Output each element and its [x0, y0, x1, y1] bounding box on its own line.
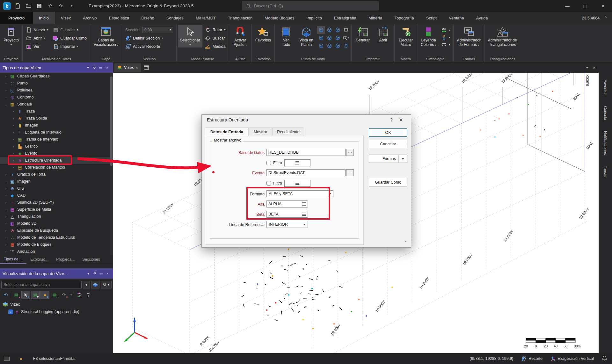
menu-tab-archivo[interactable]: Archivo — [77, 12, 103, 24]
tree-item-cad[interactable]: ›◆CAD — [0, 192, 110, 199]
new-file-icon[interactable] — [13, 2, 22, 10]
dialog-close-button[interactable]: ✕ — [396, 117, 406, 123]
menu-tab-inicio[interactable]: Inicio — [33, 12, 55, 24]
view-cube-button[interactable] — [333, 26, 342, 34]
tree-item-model-3d[interactable]: ›◧Modelo 3D — [0, 220, 110, 227]
tree-item-gis[interactable]: ›⊕GIS — [0, 185, 110, 192]
abrir-button[interactable]: Abrir▾ — [24, 34, 50, 42]
expander-collapsed-icon[interactable]: › — [4, 75, 8, 78]
tree-item-contour[interactable]: ›◎Contorno — [0, 94, 110, 101]
tree-item-seismic[interactable]: ›≈Sísmica 2D (SEG-Y) — [0, 199, 110, 206]
exageracion-toggle[interactable]: Exageración Vertical — [551, 356, 594, 361]
view-cube-button[interactable] — [342, 26, 350, 34]
capas-visualizacion-button[interactable]: Capas de Visualización ▾ — [91, 25, 120, 48]
panel-tab-propieda-[interactable]: Propieda... — [52, 255, 78, 264]
expander-collapsed-icon[interactable]: › — [4, 215, 8, 218]
expander-collapsed-icon[interactable]: › — [11, 124, 16, 127]
sort-az-button[interactable]: ■A■Z — [75, 291, 84, 299]
layer-row-structural-logging[interactable]: ✓ ⋔ Structural Logging (apparent dip) — [0, 308, 113, 316]
panel-menu-caret-icon[interactable]: ▾ — [85, 272, 91, 276]
guardar-como-button[interactable]: Guardar Como — [51, 34, 89, 42]
menu-tab-impl-cito[interactable]: Implícito — [301, 12, 328, 24]
definir-seccion-button[interactable]: Definir Sección▾ — [123, 34, 175, 42]
menu-tab-miner-a[interactable]: Minería — [362, 12, 388, 24]
quick-access-caret-icon[interactable]: ▾ — [68, 2, 76, 10]
expander-collapsed-icon[interactable]: › — [11, 110, 16, 113]
search-input[interactable]: Buscar (Ctrl+Q) — [242, 1, 379, 11]
admin-formas-button[interactable]: Administrador de Formas ▾ — [455, 25, 483, 48]
view-cube-button[interactable] — [317, 42, 325, 50]
dock-tab-favoritos[interactable]: Favoritos — [603, 76, 608, 99]
close-panel-icon[interactable]: × — [104, 66, 110, 69]
view-cube-button[interactable] — [317, 34, 325, 42]
expander-collapsed-icon[interactable]: › — [4, 208, 8, 211]
open-file-icon[interactable] — [24, 2, 33, 10]
line-style-button[interactable]: ▾ — [439, 41, 452, 48]
collapse-chevron-icon[interactable]: ⌃ — [404, 240, 407, 245]
tree-item-image[interactable]: ›▣Imagen — [0, 178, 110, 185]
expander-collapsed-icon[interactable]: › — [4, 180, 8, 183]
expander-collapsed-icon[interactable]: › — [11, 131, 16, 134]
tree-item-structural-trend[interactable]: ›∴Modelo de Tendencia Estructural — [0, 234, 110, 241]
expander-collapsed-icon[interactable]: › — [4, 201, 8, 204]
hatch-legend-button[interactable]: ▾ — [439, 26, 452, 33]
scrollbar-thumb[interactable] — [110, 76, 113, 166]
expander-collapsed-icon[interactable]: › — [4, 236, 8, 239]
formas-button[interactable]: Formas — [369, 155, 407, 163]
collapse-ribbon-icon[interactable]: ⌃ — [604, 16, 608, 20]
view-cube-button[interactable] — [333, 42, 342, 50]
proyecto-button[interactable]: Proyecto ▾ — [1, 25, 21, 47]
layers-stack-button[interactable] — [91, 281, 99, 288]
layer-visibility-checkbox[interactable]: ✓ — [8, 309, 13, 314]
view-cube-button[interactable] — [317, 26, 325, 34]
save-icon[interactable] — [35, 2, 43, 10]
expander-collapsed-icon[interactable]: › — [11, 152, 16, 155]
panel-tab-tipos-de-[interactable]: Tipos de ... — [0, 255, 26, 264]
ok-button[interactable]: OK — [369, 128, 407, 137]
activar-ajuste-button[interactable]: Activar Ajuste ▾ — [230, 25, 250, 48]
filtro2-checkbox[interactable] — [266, 181, 271, 186]
dock-tab-tareas[interactable]: Tareas — [603, 162, 608, 181]
panel-menu-caret-icon[interactable]: ▾ — [85, 66, 91, 70]
expander-collapsed-icon[interactable]: › — [4, 229, 8, 232]
expander-collapsed-icon[interactable]: › — [4, 82, 8, 85]
viewport-tab-vizex[interactable]: Vizex × — [114, 63, 141, 72]
menu-tab-sondajes[interactable]: Sondajes — [160, 12, 190, 24]
activar-recorte-button[interactable]: Activar Recorte — [123, 42, 175, 50]
tree-item-annotation[interactable]: ›¹²³Anotación — [0, 248, 110, 255]
menu-tab-triangulaci-n[interactable]: Triangulación — [222, 12, 259, 24]
expander-collapsed-icon[interactable]: › — [11, 145, 16, 148]
menu-tab-dise-o[interactable]: Diseño — [135, 12, 160, 24]
lock-layers-button[interactable]: ▤● — [12, 291, 21, 299]
cancelar-button[interactable]: Cancelar — [369, 140, 407, 148]
menu-tab-malla-mdt[interactable]: Malla/MDT — [190, 12, 222, 24]
recorte-toggle[interactable]: Recorte — [521, 356, 543, 361]
view-cube-button[interactable] — [333, 34, 342, 42]
select-layer-mode-button[interactable]: ● — [21, 291, 30, 299]
expander-collapsed-icon[interactable]: › — [4, 194, 8, 197]
new-view-button[interactable] — [142, 64, 150, 71]
formas-caret[interactable] — [399, 155, 407, 163]
pin-icon[interactable] — [91, 272, 98, 275]
importar-button[interactable]: Importar▾ — [51, 42, 89, 50]
clear-selection-caret[interactable]: ▾ — [69, 291, 73, 299]
guardar-button[interactable]: Guardar▾ — [51, 26, 89, 34]
vista-planta-button[interactable]: Vista en Planta — [296, 25, 316, 47]
select-in-layer-button[interactable]: ▤◤ — [31, 291, 40, 299]
expander-collapsed-icon[interactable]: › — [4, 96, 8, 99]
view-cube-button[interactable] — [342, 42, 350, 50]
tree-item-triangulation[interactable]: ›△Triangulación — [0, 213, 110, 220]
panel-tab-secciones[interactable]: Secciones — [78, 255, 104, 264]
symbol-legend-button[interactable]: ▾ — [439, 34, 452, 41]
view-cube-button[interactable] — [325, 34, 333, 42]
vizex-root-row[interactable]: Vizex — [0, 301, 113, 308]
close-view-icon[interactable]: × — [593, 65, 595, 70]
seleccionar-button[interactable]: Seleccionar ▾ — [178, 25, 202, 47]
layer-window-button[interactable]: ▤▭ — [50, 291, 59, 299]
nuevo-button[interactable]: Nuevo▾ — [24, 26, 50, 34]
notifications-bell-icon[interactable] — [602, 356, 607, 362]
tree-item-grid-surface[interactable]: ›▦Superficie de Malla — [0, 206, 110, 213]
dock-tab-consola[interactable]: Consola — [603, 102, 608, 124]
active-layer-input[interactable]: Seleccionar la capa activa — [1, 281, 82, 288]
tree-item-interval-hatch[interactable]: ›▦Trama de Intervalo — [0, 136, 110, 143]
